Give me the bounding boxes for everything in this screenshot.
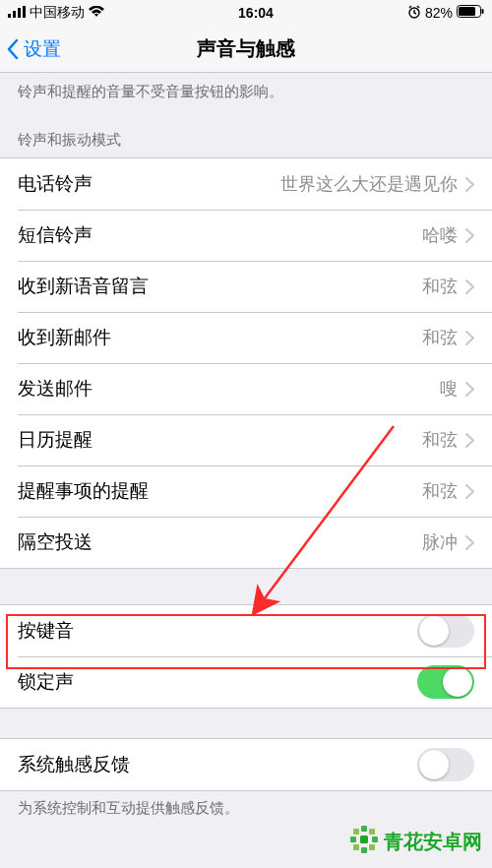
row-value: 世界这么大还是遇见你 — [280, 172, 458, 196]
back-button[interactable]: 设置 — [0, 36, 61, 62]
settings-row[interactable]: 发送邮件嗖 — [0, 363, 492, 414]
toggle-lock-sound[interactable] — [417, 665, 474, 699]
toggle-system-haptics[interactable] — [417, 748, 474, 781]
settings-row[interactable]: 收到新语音留言和弦 — [0, 261, 492, 312]
row-value: 和弦 — [422, 428, 458, 452]
row-label: 隔空投送 — [18, 529, 422, 555]
chevron-right-icon — [465, 433, 474, 448]
svg-rect-14 — [369, 844, 375, 850]
settings-row[interactable]: 提醒事项的提醒和弦 — [0, 465, 492, 517]
row-keyboard-clicks[interactable]: 按键音 — [0, 605, 492, 656]
sounds-group: 按键音 锁定声 — [0, 604, 492, 709]
chevron-right-icon — [465, 279, 474, 294]
chevron-right-icon — [465, 484, 474, 499]
svg-rect-17 — [360, 836, 368, 843]
svg-rect-7 — [482, 9, 484, 14]
svg-rect-9 — [361, 826, 367, 832]
watermark-text: 青花安卓网 — [384, 829, 482, 855]
row-system-haptics[interactable]: 系统触感反馈 — [0, 739, 492, 790]
svg-rect-3 — [23, 6, 26, 18]
row-value: 脉冲 — [422, 530, 458, 554]
row-label: 日历提醒 — [18, 427, 422, 453]
battery-icon — [457, 5, 484, 21]
volume-hint: 铃声和提醒的音量不受音量按钮的影响。 — [0, 73, 492, 107]
row-label: 锁定声 — [18, 669, 417, 695]
row-value: 和弦 — [422, 479, 458, 503]
svg-rect-0 — [8, 14, 11, 18]
page-title: 声音与触感 — [0, 35, 492, 62]
chevron-right-icon — [465, 382, 474, 397]
watermark-icon — [350, 826, 378, 858]
svg-rect-11 — [361, 847, 367, 853]
row-value: 嗖 — [440, 377, 458, 401]
row-label: 收到新邮件 — [18, 325, 422, 350]
status-bar: 中国移动 16:04 82% — [0, 0, 492, 26]
svg-rect-15 — [353, 844, 359, 850]
svg-rect-10 — [372, 837, 378, 842]
settings-row[interactable]: 隔空投送脉冲 — [0, 517, 492, 568]
svg-rect-2 — [18, 8, 21, 18]
svg-rect-1 — [13, 11, 16, 18]
row-value: 和弦 — [422, 275, 458, 298]
row-label: 收到新语音留言 — [18, 274, 422, 299]
status-time: 16:04 — [238, 5, 274, 21]
ringtone-group: 电话铃声世界这么大还是遇见你短信铃声哈喽收到新语音留言和弦收到新邮件和弦发送邮件… — [0, 157, 492, 569]
row-label: 发送邮件 — [18, 376, 440, 402]
section-header-ringtones: 铃声和振动模式 — [0, 107, 492, 157]
row-label: 系统触感反馈 — [18, 752, 417, 777]
row-lock-sound[interactable]: 锁定声 — [0, 656, 492, 708]
chevron-right-icon — [465, 177, 474, 192]
chevron-right-icon — [465, 228, 474, 243]
carrier-label: 中国移动 — [30, 4, 85, 22]
row-label: 短信铃声 — [18, 222, 422, 248]
svg-rect-13 — [369, 829, 375, 835]
chevron-right-icon — [465, 535, 474, 550]
row-label: 按键音 — [18, 618, 417, 644]
watermark: 青花安卓网 — [350, 826, 482, 858]
toggle-keyboard-clicks[interactable] — [417, 614, 474, 648]
nav-bar: 设置 声音与触感 — [0, 26, 492, 73]
row-label: 提醒事项的提醒 — [18, 478, 422, 504]
svg-rect-6 — [459, 7, 475, 16]
signal-icon — [8, 5, 26, 21]
svg-rect-16 — [353, 829, 359, 835]
battery-percent: 82% — [425, 5, 453, 21]
settings-row[interactable]: 收到新邮件和弦 — [0, 312, 492, 363]
chevron-left-icon — [6, 38, 20, 60]
back-label: 设置 — [24, 36, 61, 62]
chevron-right-icon — [465, 331, 474, 345]
settings-row[interactable]: 电话铃声世界这么大还是遇见你 — [0, 158, 492, 210]
haptic-group: 系统触感反馈 — [0, 738, 492, 791]
settings-row[interactable]: 日历提醒和弦 — [0, 414, 492, 465]
alarm-icon — [407, 5, 421, 22]
row-label: 电话铃声 — [18, 171, 280, 197]
settings-row[interactable]: 短信铃声哈喽 — [0, 210, 492, 261]
wifi-icon — [89, 5, 104, 21]
haptic-hint: 为系统控制和互动提供触感反馈。 — [0, 791, 492, 822]
svg-rect-12 — [350, 837, 356, 842]
row-value: 哈喽 — [422, 223, 458, 247]
row-value: 和弦 — [422, 326, 458, 349]
